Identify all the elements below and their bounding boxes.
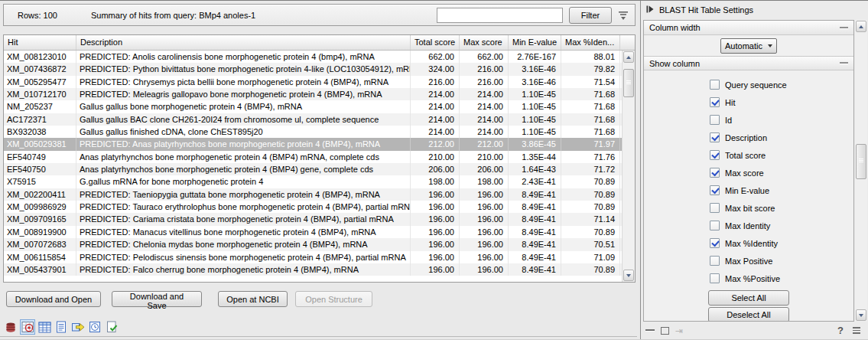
table-row[interactable]: XM_008919900 PREDICTED: Manacus vitellin…	[4, 226, 622, 238]
description-cell: Gallus gallus bone morphogenetic protein…	[76, 100, 411, 113]
column-header-total-score[interactable]: Total score	[411, 35, 460, 50]
table-row[interactable]: XM_009709165 PREDICTED: Cariama cristata…	[4, 213, 622, 225]
max-score-cell: 210.00	[460, 151, 509, 163]
column-header-max-identity[interactable]: Max %Iden...	[561, 35, 620, 50]
table-row[interactable]: X75915 G.gallus mRNA for bone morphogene…	[4, 175, 622, 188]
export-icon[interactable]	[70, 319, 86, 335]
show-column-option[interactable]: Max bit score	[710, 199, 853, 217]
help-icon[interactable]: ?	[837, 325, 844, 336]
checkbox[interactable]	[710, 256, 720, 266]
panel-vertical-scrollbar[interactable]	[855, 20, 867, 322]
table-row[interactable]: EF540750 Anas platyrhynchos bone morphog…	[4, 163, 622, 175]
database-icon[interactable]	[3, 319, 18, 335]
hit-cell: EF540750	[4, 163, 76, 175]
max-score-cell: 212.00	[460, 138, 509, 150]
show-column-section-header[interactable]: Show column	[644, 56, 853, 70]
scrollbar-thumb[interactable]	[623, 69, 634, 97]
checkbox[interactable]	[710, 150, 720, 160]
table-vertical-scrollbar[interactable]	[622, 51, 635, 282]
column-header-max-score[interactable]: Max score	[460, 35, 509, 50]
select-all-button[interactable]: Select All	[708, 290, 789, 306]
checkbox[interactable]	[710, 273, 720, 283]
minimize-icon[interactable]	[645, 329, 655, 332]
description-cell: Gallus gallus finished cDNA, clone ChEST…	[76, 126, 411, 138]
table-row[interactable]: XM_006115854 PREDICTED: Pelodiscus sinen…	[4, 251, 622, 263]
show-column-option[interactable]: Max Identity	[710, 217, 853, 234]
max-identity-cell: 71.14	[561, 213, 620, 225]
deselect-all-button[interactable]: Deselect All	[708, 307, 789, 322]
checkbox[interactable]	[710, 80, 720, 90]
panel-menu-icon[interactable]	[853, 327, 860, 334]
checkbox-label: Query sequence	[725, 80, 787, 90]
column-width-select[interactable]: Automatic	[720, 38, 777, 54]
show-column-option[interactable]: Max Positive	[710, 252, 853, 270]
description-cell: PREDICTED: Tauraco erythrolophus bone mo…	[76, 201, 411, 213]
restore-icon[interactable]	[661, 327, 669, 335]
show-column-option[interactable]: Id	[710, 111, 853, 129]
total-score-cell: 206.00	[411, 163, 460, 175]
checkbox[interactable]	[710, 132, 720, 142]
table-row[interactable]: XM_007072683 PREDICTED: Chelonia mydas b…	[4, 238, 622, 250]
column-width-section-header[interactable]: Column width	[644, 21, 853, 35]
table-row[interactable]: XM_009986929 PREDICTED: Tauraco erythrol…	[4, 201, 622, 213]
max-identity-cell: 71.54	[561, 76, 620, 88]
show-column-option[interactable]: Max %Identity	[710, 234, 853, 252]
table-row[interactable]: AC172371 Gallus gallus BAC clone CH261-2…	[4, 113, 622, 126]
table-row[interactable]: XM_002200411 PREDICTED: Taeniopygia gutt…	[4, 188, 622, 201]
column-header-description[interactable]: Description	[76, 35, 411, 50]
filter-button[interactable]: Filter	[569, 7, 612, 24]
dock-icon[interactable]: ⇥	[675, 327, 683, 335]
text-view-icon[interactable]	[54, 319, 69, 335]
column-header-min-evalue[interactable]: Min E-value	[509, 35, 561, 50]
table-row[interactable]: XM_005295477 PREDICTED: Chrysemys picta …	[4, 76, 622, 88]
download-and-save-button[interactable]: Download and Save	[112, 291, 202, 307]
open-at-ncbi-button[interactable]: Open at NCBI	[218, 291, 288, 307]
checkbox[interactable]	[710, 221, 720, 230]
panel-collapse-icon[interactable]	[646, 5, 654, 15]
table-row[interactable]: XM_010712170 PREDICTED: Meleagris gallop…	[4, 88, 622, 100]
hit-cell: AC172371	[4, 113, 76, 126]
scrollbar-thumb[interactable]	[856, 144, 866, 179]
checkbox[interactable]	[710, 168, 720, 178]
checkbox[interactable]	[710, 97, 720, 107]
table-row[interactable]: XM_007436872 PREDICTED: Python bivittatu…	[4, 63, 622, 75]
show-column-option[interactable]: Max score	[710, 164, 853, 181]
checkbox[interactable]	[710, 185, 720, 195]
checkbox-label: Max %Positive	[725, 274, 780, 283]
show-column-option[interactable]: Hit	[710, 93, 853, 111]
max-score-cell: 662.00	[460, 51, 509, 63]
table-row[interactable]: BX932038 Gallus gallus finished cDNA, cl…	[4, 126, 622, 138]
element-info-icon[interactable]	[104, 319, 119, 335]
collapse-section-icon[interactable]	[840, 62, 848, 64]
filter-input[interactable]	[437, 8, 563, 23]
chevron-down-icon	[768, 44, 772, 47]
table-row[interactable]: XM_008123010 PREDICTED: Anolis carolinen…	[4, 51, 622, 63]
show-column-option[interactable]: Total score	[710, 146, 853, 164]
download-and-open-button[interactable]: Download and Open	[6, 291, 101, 307]
show-column-option[interactable]: Description	[710, 129, 853, 146]
checkbox[interactable]	[710, 238, 720, 248]
show-column-option[interactable]: Max %Positive	[710, 270, 853, 287]
history-icon[interactable]	[87, 319, 102, 335]
collapse-section-icon[interactable]	[840, 27, 848, 29]
scroll-down-button[interactable]	[856, 309, 866, 321]
checkbox[interactable]	[710, 203, 720, 213]
scroll-up-button[interactable]	[856, 21, 866, 32]
filter-options-icon[interactable]	[616, 8, 631, 22]
scroll-down-button[interactable]	[623, 270, 634, 281]
hit-cell: XM_007436872	[4, 63, 76, 75]
open-structure-button[interactable]: Open Structure	[295, 291, 372, 307]
show-column-option[interactable]: Min E-value	[710, 181, 853, 199]
table-view-icon[interactable]	[37, 319, 52, 335]
min-evalue-cell: 2.76E-167	[509, 51, 561, 63]
table-row[interactable]: XM_005029381 PREDICTED: Anas platyrhynch…	[4, 138, 622, 150]
table-row[interactable]: EF540749 Anas platyrhynchos bone morphog…	[4, 151, 622, 163]
column-header-hit[interactable]: Hit	[4, 35, 76, 50]
blast-hit-table-icon[interactable]	[20, 319, 35, 335]
table-row[interactable]: XM_005437901 PREDICTED: Falco cherrug bo…	[4, 263, 622, 276]
scroll-up-button[interactable]	[623, 51, 634, 63]
table-row[interactable]: NM_205237 Gallus gallus bone morphogenet…	[4, 100, 622, 113]
show-column-option[interactable]: Query sequence	[710, 76, 853, 93]
table-header-row: Hit Description Total score Max score Mi…	[4, 35, 635, 51]
checkbox[interactable]	[710, 115, 720, 125]
